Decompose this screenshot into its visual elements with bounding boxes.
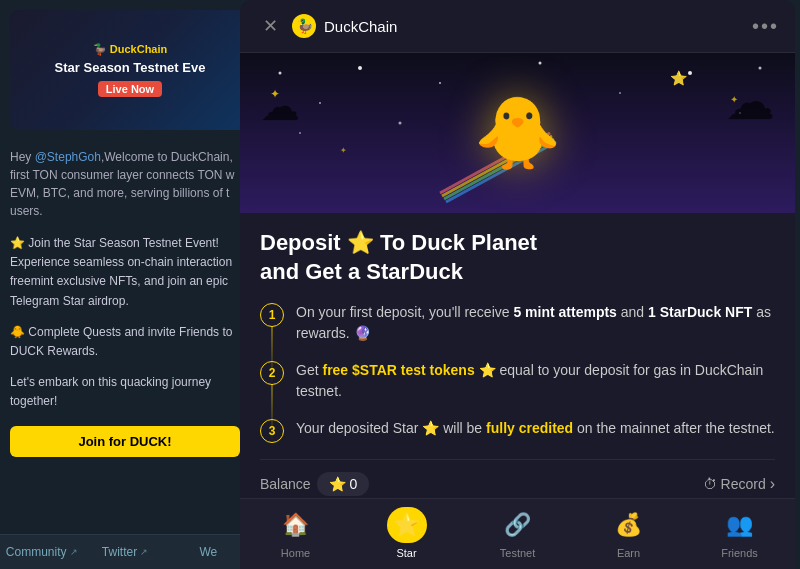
cloud-right-icon: ☁ xyxy=(725,73,775,131)
earn-icon: 💰 xyxy=(609,507,649,543)
banner-logo: 🦆 DuckChain xyxy=(93,43,168,56)
hero-duck-icon: 🐥 xyxy=(474,92,561,174)
chat-block-2: 🐥 Complete Quests and invite Friends to … xyxy=(0,317,250,367)
svg-point-5 xyxy=(619,92,621,94)
record-arrow-icon: › xyxy=(770,475,775,493)
duckchain-modal: ✕ 🦆 DuckChain ••• ✦ ✦ ✦ ⭐ xyxy=(240,0,795,569)
svg-point-10 xyxy=(399,122,402,125)
nav-label-testnet: Testnet xyxy=(500,547,535,559)
deposit-title: Deposit ⭐ To Duck Planetand Get a StarDu… xyxy=(260,229,775,286)
nav-label-star: Star xyxy=(396,547,416,559)
svg-point-4 xyxy=(539,62,542,65)
svg-point-8 xyxy=(759,67,762,70)
feature-item-2: 2 Get free $STAR test tokens ⭐ equal to … xyxy=(260,360,775,402)
nav-item-home[interactable]: 🏠 Home xyxy=(240,499,351,569)
balance-amount: ⭐ 0 xyxy=(317,472,370,496)
website-link[interactable]: We xyxy=(167,535,250,569)
community-link[interactable]: Community ↗ xyxy=(0,535,83,569)
twitter-ext-icon: ↗ xyxy=(140,547,148,557)
nav-item-friends[interactable]: 👥 Friends xyxy=(684,499,795,569)
balance-row: Balance ⭐ 0 ⏱ Record › xyxy=(260,459,775,498)
feature-num-2: 2 xyxy=(260,361,284,385)
nav-item-earn[interactable]: 💰 Earn xyxy=(573,499,684,569)
chat-panel: 🦆 DuckChain Star Season Testnet Eve Live… xyxy=(0,0,250,569)
svg-point-2 xyxy=(358,66,362,70)
chat-banner: 🦆 DuckChain Star Season Testnet Eve Live… xyxy=(10,10,250,130)
svg-point-9 xyxy=(299,132,301,134)
cloud-left-icon: ☁ xyxy=(260,83,300,129)
nav-item-testnet[interactable]: 🔗 Testnet xyxy=(462,499,573,569)
star-icon: ⭐ xyxy=(387,507,427,543)
balance-label: Balance ⭐ 0 xyxy=(260,472,369,496)
chat-block-1: ⭐ Join the Star Season Testnet Event! Ex… xyxy=(0,228,250,317)
nav-label-friends: Friends xyxy=(721,547,758,559)
nav-item-star[interactable]: ⭐ Star xyxy=(351,499,462,569)
banner-title: Star Season Testnet Eve xyxy=(55,60,206,77)
hero-area: ✦ ✦ ✦ ⭐ ☁ 🐥 ☁ xyxy=(240,53,795,213)
live-badge: Live Now xyxy=(98,81,162,97)
chat-message: Hey @StephGoh,Welcome to DuckChain, firs… xyxy=(0,140,250,228)
bottom-links-bar: Community ↗ Twitter ↗ We xyxy=(0,534,250,569)
mention: @StephGoh xyxy=(35,150,101,164)
bottom-nav: 🏠 Home ⭐ Star 🔗 Testnet 💰 Earn 👥 Friends xyxy=(240,498,795,569)
record-button[interactable]: ⏱ Record › xyxy=(703,475,775,493)
svg-point-3 xyxy=(439,82,441,84)
community-ext-icon: ↗ xyxy=(70,547,78,557)
chat-block-3: Let's embark on this quacking journey to… xyxy=(0,367,250,417)
record-icon: ⏱ xyxy=(703,476,717,492)
svg-text:✦: ✦ xyxy=(340,146,347,155)
home-icon: 🏠 xyxy=(276,507,316,543)
svg-point-0 xyxy=(279,72,282,75)
testnet-icon: 🔗 xyxy=(498,507,538,543)
svg-text:⭐: ⭐ xyxy=(670,70,688,87)
feature-num-1: 1 xyxy=(260,303,284,327)
feature-text-2: Get free $STAR test tokens ⭐ equal to yo… xyxy=(296,360,775,402)
friends-icon: 👥 xyxy=(720,507,760,543)
nav-label-earn: Earn xyxy=(617,547,640,559)
modal-content: Deposit ⭐ To Duck Planetand Get a StarDu… xyxy=(240,213,795,498)
feature-list: 1 On your first deposit, you'll receive … xyxy=(260,302,775,443)
svg-point-6 xyxy=(688,71,692,75)
modal-menu-button[interactable]: ••• xyxy=(752,15,779,38)
feature-text-3: Your deposited Star ⭐ will be fully cred… xyxy=(296,418,775,439)
modal-header-left: ✕ 🦆 DuckChain xyxy=(256,12,397,40)
balance-star-icon: ⭐ xyxy=(329,476,346,492)
modal-header: ✕ 🦆 DuckChain ••• xyxy=(240,0,795,53)
close-button[interactable]: ✕ xyxy=(256,12,284,40)
feature-item-3: 3 Your deposited Star ⭐ will be fully cr… xyxy=(260,418,775,443)
join-duck-button[interactable]: Join for DUCK! xyxy=(10,426,240,457)
twitter-link[interactable]: Twitter ↗ xyxy=(83,535,166,569)
svg-point-1 xyxy=(319,102,321,104)
feature-item-1: 1 On your first deposit, you'll receive … xyxy=(260,302,775,344)
connector-line-2 xyxy=(271,384,273,442)
modal-title: DuckChain xyxy=(324,18,397,35)
nav-label-home: Home xyxy=(281,547,310,559)
feature-text-1: On your first deposit, you'll receive 5 … xyxy=(296,302,775,344)
app-icon: 🦆 xyxy=(292,14,316,38)
